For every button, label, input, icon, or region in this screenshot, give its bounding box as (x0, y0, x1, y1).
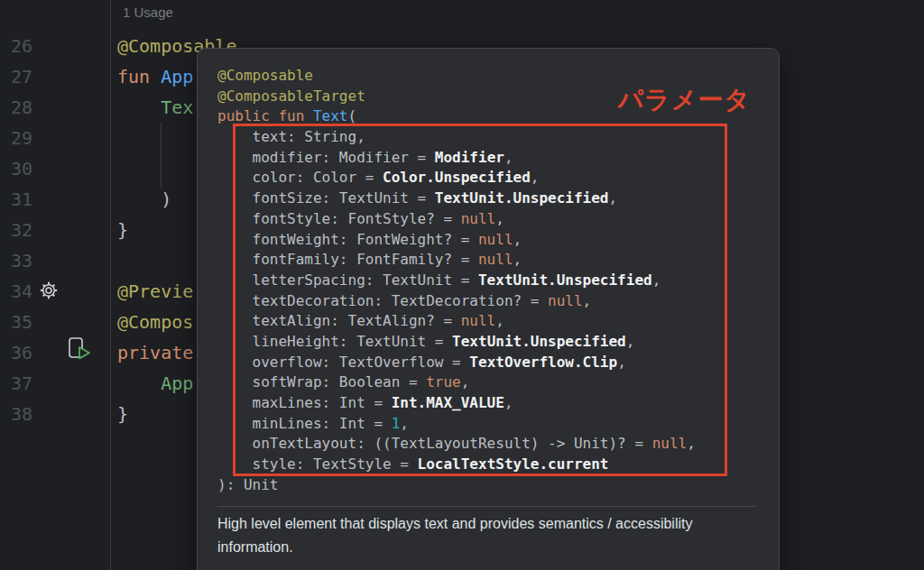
popup-description-line: information. (217, 536, 768, 559)
code-token: , (626, 333, 635, 350)
popup-code-line: fontSize: TextUnit = TextUnit.Unspecifie… (217, 188, 696, 209)
code-token: ) (117, 188, 171, 210)
line-number: 38 (0, 399, 32, 429)
popup-code-line: onTextLayout: ((TextLayoutResult) -> Uni… (217, 434, 696, 455)
line-number: 33 (0, 245, 32, 276)
line-number: 27 (0, 61, 32, 92)
code-token: letterSpacing: TextUnit = (217, 271, 478, 289)
code-token: true (426, 373, 461, 391)
line-number: 28 (0, 92, 32, 123)
code-token: fontSize: TextUnit = (217, 189, 435, 207)
gutter-separator (110, 0, 111, 570)
code-token: null (478, 251, 513, 268)
popup-code-line: textAlign: TextAlign? = null, (217, 311, 696, 332)
code-token: , (513, 231, 522, 248)
popup-description-line: High level element that displays text an… (217, 512, 768, 536)
code-token: fontStyle: FontStyle? = (217, 210, 461, 227)
code-token: textAlign: TextAlign? = (217, 312, 461, 329)
popup-code-line: text: String, (217, 127, 696, 148)
code-line[interactable]: @Compos (117, 307, 193, 337)
line-number: 32 (0, 215, 32, 245)
code-token: , (687, 435, 696, 452)
popup-code-line: fontStyle: FontStyle? = null, (217, 209, 696, 230)
popup-code-line: overflow: TextOverflow = TextOverflow.Cl… (217, 353, 696, 373)
code-token: TextUnit.Unspecified (478, 271, 652, 289)
popup-code-line: minLines: Int = 1, (217, 414, 696, 435)
code-token: 1 (392, 415, 401, 432)
code-token: Modifier (435, 149, 504, 166)
code-token: public fun (217, 107, 313, 124)
popup-code-line: lineHeight: TextUnit = TextUnit.Unspecif… (217, 332, 696, 353)
code-token: null (461, 210, 496, 227)
code-token: onTextLayout: ((TextLayoutResult) -> Uni… (217, 435, 652, 452)
popup-code-line: softWrap: Boolean = true, (217, 372, 696, 393)
code-token: , (617, 354, 626, 371)
popup-code-line: color: Color = Color.Unspecified, (217, 168, 696, 188)
code-token: } (117, 403, 128, 425)
indent-guide (161, 123, 162, 188)
line-number: 26 (0, 31, 32, 61)
code-token: fontWeight: FontWeight? = (217, 231, 478, 248)
annotation-label: パラメータ (505, 83, 751, 117)
documentation-popup[interactable]: @Composable@ComposableTargetpublic fun T… (197, 48, 780, 570)
code-token: color: Color = (217, 169, 383, 186)
code-line[interactable]: } (117, 215, 128, 245)
line-number: 36 (0, 337, 32, 368)
code-token: , (608, 189, 617, 207)
code-token: , (495, 312, 504, 329)
code-token: style: TextStyle = (217, 455, 418, 473)
code-token: , (504, 149, 513, 166)
code-token: @ComposableTarget (217, 87, 365, 105)
code-token: Int.MAX_VALUE (392, 394, 504, 411)
popup-code-line: style: TextStyle = LocalTextStyle.curren… (217, 455, 696, 475)
code-token: ): Unit (217, 476, 278, 493)
line-number: 29 (0, 123, 32, 153)
code-token: maxLines: Int = (217, 394, 392, 411)
code-token: modifier: Modifier = (217, 149, 435, 166)
code-token: , (531, 169, 540, 186)
code-token: Tex (117, 97, 193, 118)
code-token: overflow: TextOverflow = (217, 354, 469, 371)
gear-icon[interactable] (40, 281, 58, 299)
code-token: private (117, 342, 193, 363)
code-token: App (161, 66, 193, 87)
code-token: softWrap: Boolean = (217, 373, 426, 391)
code-token: minLines: Int = (217, 415, 392, 432)
code-token: @Composable (217, 67, 313, 84)
popup-code-line: modifier: Modifier = Modifier, (217, 148, 696, 169)
code-line[interactable]: @Previe (117, 276, 193, 307)
code-token: @Previe (117, 280, 193, 302)
code-token: null (652, 435, 688, 452)
code-token: LocalTextStyle.current (418, 455, 609, 473)
code-token: text: String, (217, 128, 365, 145)
code-line[interactable]: private (117, 337, 193, 368)
usage-count-hint[interactable]: 1 Usage (123, 5, 173, 20)
code-token: } (117, 219, 128, 241)
code-line[interactable]: fun App (117, 61, 193, 92)
editor-window: { "colors": { "editor_bg": "#1e1f22", "p… (0, 0, 924, 570)
code-token: , (495, 210, 504, 227)
popup-code-line: letterSpacing: TextUnit = TextUnit.Unspe… (217, 271, 696, 291)
line-number: 31 (0, 184, 32, 215)
code-token: null (478, 231, 513, 248)
code-token: Text (313, 107, 348, 124)
code-token: , (504, 394, 513, 411)
code-token: null (548, 292, 583, 309)
code-token: fun (117, 66, 161, 87)
popup-divider (217, 506, 757, 507)
code-line[interactable]: Tex (117, 92, 193, 123)
line-number: 35 (0, 307, 32, 337)
code-token: , (513, 251, 522, 268)
popup-code-line: fontFamily: FontFamily? = null, (217, 250, 696, 271)
popup-code-line: ): Unit (217, 475, 696, 496)
code-line[interactable]: ) (117, 184, 171, 215)
line-number: 34 (0, 276, 32, 307)
code-line[interactable]: App (117, 368, 193, 399)
code-token: Color.Unspecified (383, 169, 531, 186)
code-token: TextUnit.Unspecified (452, 333, 626, 350)
run-preview-icon[interactable] (69, 337, 92, 360)
code-line[interactable]: } (117, 399, 128, 429)
code-token: null (461, 312, 496, 329)
code-token: , (583, 292, 592, 309)
line-number: 37 (0, 368, 32, 399)
